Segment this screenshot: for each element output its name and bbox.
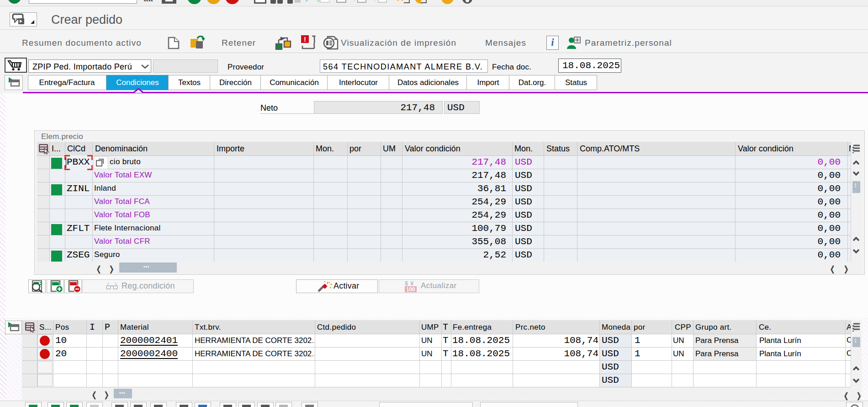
svg-text:100: 100 [406,286,415,293]
svg-text:$: $ [405,280,408,287]
svg-text:¥: ¥ [410,280,414,287]
svg-text:!: ! [304,35,306,43]
